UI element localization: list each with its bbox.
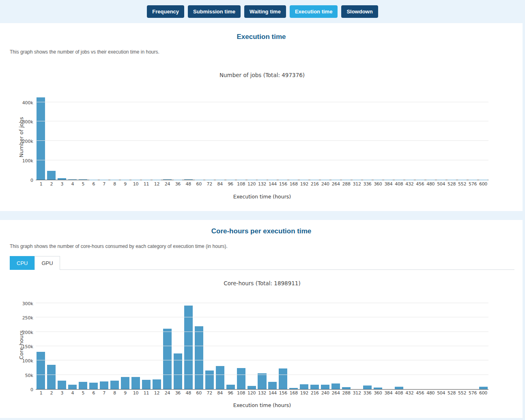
y-tick-label: 200k bbox=[22, 330, 33, 335]
bar[interactable] bbox=[121, 180, 129, 180]
bar[interactable] bbox=[58, 178, 66, 180]
bar[interactable] bbox=[163, 179, 172, 180]
bar[interactable] bbox=[174, 353, 182, 389]
tab-cpu[interactable]: CPU bbox=[10, 256, 34, 270]
bar[interactable] bbox=[100, 180, 108, 180]
x-tick-label: 528 bbox=[446, 390, 457, 396]
bar[interactable] bbox=[310, 180, 319, 180]
bar-slot bbox=[278, 300, 288, 389]
bar[interactable] bbox=[142, 180, 151, 180]
bar-slot bbox=[236, 300, 246, 389]
bar[interactable] bbox=[268, 180, 277, 180]
bar[interactable] bbox=[342, 180, 351, 180]
bar[interactable] bbox=[437, 180, 445, 180]
nav-button-submission-time[interactable]: Submission time bbox=[188, 5, 241, 18]
bar[interactable] bbox=[426, 180, 435, 180]
bar[interactable] bbox=[448, 180, 456, 180]
bar[interactable] bbox=[258, 180, 266, 180]
bar[interactable] bbox=[268, 382, 277, 389]
bar[interactable] bbox=[289, 388, 298, 389]
bar[interactable] bbox=[363, 180, 372, 180]
bar[interactable] bbox=[47, 365, 56, 389]
bar[interactable] bbox=[226, 385, 235, 389]
bar[interactable] bbox=[279, 368, 287, 389]
bar[interactable] bbox=[331, 383, 340, 389]
bar[interactable] bbox=[131, 377, 140, 389]
bar[interactable] bbox=[374, 180, 382, 180]
bar[interactable] bbox=[205, 370, 214, 389]
bar-slot bbox=[162, 94, 172, 180]
bar-slot bbox=[110, 300, 120, 389]
bar-slot bbox=[141, 94, 152, 180]
bar[interactable] bbox=[416, 180, 424, 180]
bar[interactable] bbox=[110, 180, 119, 180]
bar[interactable] bbox=[395, 387, 403, 389]
nav-button-waiting-time[interactable]: Waiting time bbox=[244, 5, 286, 18]
bar[interactable] bbox=[374, 388, 382, 389]
bar[interactable] bbox=[184, 179, 193, 180]
bar[interactable] bbox=[469, 180, 477, 180]
bar[interactable] bbox=[247, 180, 256, 180]
nav-button-slowdown[interactable]: Slowdown bbox=[341, 5, 378, 18]
bar[interactable] bbox=[195, 180, 203, 180]
bar[interactable] bbox=[79, 382, 87, 389]
bar[interactable] bbox=[153, 180, 161, 180]
bar[interactable] bbox=[310, 385, 319, 389]
x-tick-label: 10 bbox=[131, 390, 141, 396]
bar[interactable] bbox=[68, 385, 77, 389]
bar[interactable] bbox=[153, 379, 161, 389]
bar[interactable] bbox=[47, 171, 56, 180]
bar[interactable] bbox=[89, 383, 98, 389]
x-tick-label: 156 bbox=[278, 181, 288, 187]
bar[interactable] bbox=[37, 352, 45, 389]
bar[interactable] bbox=[289, 180, 298, 180]
bar[interactable] bbox=[479, 180, 488, 180]
bar[interactable] bbox=[89, 180, 98, 180]
bar-slot bbox=[215, 300, 225, 389]
bar[interactable] bbox=[300, 180, 308, 180]
bar[interactable] bbox=[68, 179, 77, 180]
bar[interactable] bbox=[395, 180, 403, 180]
bar[interactable] bbox=[216, 366, 224, 389]
bar[interactable] bbox=[100, 381, 108, 389]
tab-gpu[interactable]: GPU bbox=[34, 256, 60, 270]
bar[interactable] bbox=[58, 381, 66, 389]
bar[interactable] bbox=[226, 180, 235, 180]
bar-slot bbox=[78, 300, 88, 389]
bar[interactable] bbox=[184, 306, 193, 389]
bar[interactable] bbox=[300, 384, 308, 389]
bar[interactable] bbox=[353, 180, 361, 180]
x-tick-label: 1 bbox=[36, 181, 46, 187]
bar[interactable] bbox=[342, 387, 351, 389]
bar[interactable] bbox=[110, 381, 119, 389]
bar[interactable] bbox=[247, 386, 256, 389]
bar[interactable] bbox=[384, 180, 393, 180]
chart-title: Number of jobs (Total: 497376) bbox=[36, 72, 488, 78]
bar[interactable] bbox=[363, 386, 372, 389]
bar[interactable] bbox=[321, 385, 329, 389]
x-tick-label: 7 bbox=[99, 390, 110, 396]
bar[interactable] bbox=[195, 326, 203, 389]
gridline bbox=[36, 102, 488, 102]
bar[interactable] bbox=[142, 380, 151, 389]
bar[interactable] bbox=[37, 97, 45, 180]
bar[interactable] bbox=[279, 180, 287, 180]
bar[interactable] bbox=[258, 373, 266, 389]
bar[interactable] bbox=[458, 180, 467, 180]
bar[interactable] bbox=[79, 179, 87, 180]
bar[interactable] bbox=[405, 180, 414, 180]
bar[interactable] bbox=[321, 180, 329, 180]
bar[interactable] bbox=[216, 180, 224, 180]
bar[interactable] bbox=[163, 329, 172, 389]
bar[interactable] bbox=[121, 377, 129, 389]
x-tick-label: 6 bbox=[88, 390, 99, 396]
bar[interactable] bbox=[237, 368, 245, 389]
nav-button-frequency[interactable]: Frequency bbox=[147, 5, 184, 18]
bar[interactable] bbox=[174, 180, 182, 180]
bar[interactable] bbox=[331, 180, 340, 180]
bar[interactable] bbox=[131, 180, 140, 180]
bar[interactable] bbox=[237, 180, 245, 180]
bar[interactable] bbox=[479, 387, 488, 389]
bar[interactable] bbox=[205, 180, 214, 180]
nav-button-execution-time[interactable]: Execution time bbox=[290, 5, 338, 18]
